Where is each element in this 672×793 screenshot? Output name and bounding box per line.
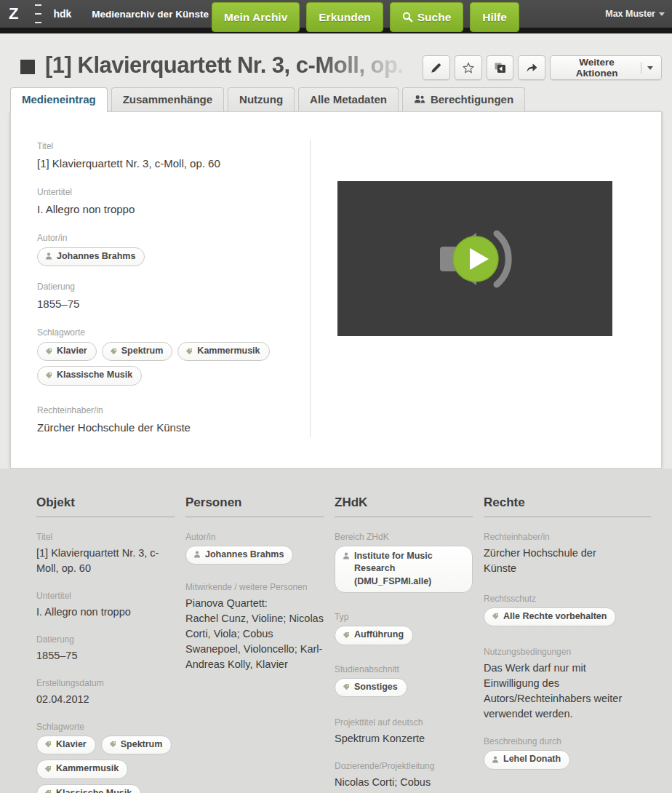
pill-label: Lehel Donath bbox=[503, 753, 561, 766]
nav-label: Suche bbox=[417, 11, 452, 24]
button-divider bbox=[641, 62, 641, 73]
field-nutzungsbedingungen: Nutzungsbedingungen Das Werk darf nur mi… bbox=[484, 647, 651, 722]
tag-icon bbox=[492, 613, 499, 620]
keyword-tag[interactable]: Spektrum bbox=[101, 736, 172, 755]
audio-play-icon[interactable] bbox=[434, 224, 516, 294]
action-toolbar: Weitere Aktionen bbox=[423, 55, 662, 80]
nav-erkunden-button[interactable]: Erkunden bbox=[306, 2, 383, 32]
pencil-icon bbox=[430, 62, 442, 74]
app-title: Medienarchiv der Künste bbox=[92, 9, 209, 20]
pill-label: Johannes Brahms bbox=[57, 250, 135, 263]
keyword-tag[interactable]: Klavier bbox=[36, 736, 96, 755]
tab-berechtigungen[interactable]: Berechtigungen bbox=[402, 87, 525, 111]
keyword-tag[interactable]: Spektrum bbox=[102, 342, 173, 362]
pill-label: Sonstiges bbox=[354, 681, 398, 694]
media-entry-panel: Titel [1] Klavierquartett Nr. 3, c-Moll,… bbox=[10, 111, 662, 469]
field-bereich: Bereich ZHdK Institute for Music Researc… bbox=[335, 532, 473, 594]
zhdk-logo-hdk: hdk bbox=[53, 8, 71, 20]
pill-label: Johannes Brahms bbox=[205, 549, 284, 562]
user-name: Max Muster bbox=[605, 9, 655, 19]
field-label: Rechtsschutz bbox=[484, 594, 651, 604]
field-autor: Autor/in Johannes Brahms bbox=[37, 233, 310, 267]
star-icon bbox=[462, 62, 475, 74]
pill-label: Klassische Musik bbox=[56, 787, 132, 793]
field-label: Schlagworte bbox=[36, 722, 175, 732]
keyword-tag[interactable]: Klassische Musik bbox=[36, 784, 141, 793]
field-untertitel: Untertitel I. Allegro non troppo bbox=[36, 591, 175, 620]
person-icon bbox=[492, 756, 499, 763]
media-entry-square-icon bbox=[20, 60, 35, 74]
field-label: Untertitel bbox=[36, 591, 175, 601]
metadata-column-zhdk: ZHdK Bereich ZHdK Institute for Music Re… bbox=[335, 495, 473, 793]
tag-icon bbox=[44, 741, 52, 748]
nav-mein-archiv-button[interactable]: Mein Archiv bbox=[212, 2, 300, 32]
tag-icon bbox=[45, 372, 52, 379]
field-value: I. Allegro non troppo bbox=[36, 605, 175, 620]
field-label: Beschreibung durch bbox=[484, 736, 651, 746]
title-bar: [1] Klavierquartett Nr. 3, c-Moll, op. 6… bbox=[0, 33, 672, 87]
pill-label: Klavier bbox=[57, 345, 87, 358]
page-title: [1] Klavierquartett Nr. 3, c-Moll, op. 6… bbox=[45, 52, 423, 79]
nav-label: Hilfe bbox=[482, 11, 507, 24]
field-value: I. Allegro non troppo bbox=[37, 202, 310, 218]
field-label: Titel bbox=[37, 141, 310, 151]
field-typ: Typ Aufführung bbox=[335, 612, 473, 645]
forward-arrow-icon bbox=[525, 62, 538, 73]
tab-medieneintrag[interactable]: Medieneintrag bbox=[10, 87, 108, 112]
field-label: Typ bbox=[335, 612, 473, 622]
nav-hilfe-button[interactable]: Hilfe bbox=[470, 2, 519, 32]
field-label: Dozierende/Projektleitung bbox=[335, 761, 473, 771]
field-label: Datierung bbox=[36, 634, 175, 645]
more-actions-button[interactable]: Weitere Aktionen bbox=[550, 55, 662, 80]
person-pill[interactable]: Johannes Brahms bbox=[185, 546, 293, 565]
tab-bar: Medieneintrag Zusammenhänge Nutzung Alle… bbox=[0, 87, 672, 111]
field-label: Erstellungsdatum bbox=[36, 678, 175, 688]
field-dozierende: Dozierende/Projektleitung Nicolas Corti;… bbox=[335, 761, 473, 793]
edit-button[interactable] bbox=[423, 55, 450, 80]
field-value: [1] Klavierquartett Nr. 3, c-Moll, op. 6… bbox=[36, 546, 175, 576]
field-label: Bereich ZHdK bbox=[335, 532, 473, 542]
keyword-tag[interactable]: Alle Rechte vorbehalten bbox=[484, 607, 616, 627]
nav-suche-button[interactable]: Suche bbox=[390, 2, 464, 32]
keyword-tag[interactable]: Klavier bbox=[37, 342, 97, 362]
tab-zusammenhaenge[interactable]: Zusammenhänge bbox=[111, 87, 224, 111]
zhdk-logo-z: Z bbox=[9, 4, 19, 23]
media-player[interactable] bbox=[337, 181, 612, 336]
field-rechteinhaber: Rechteinhaber/in Zürcher Hochschule der … bbox=[484, 532, 651, 576]
group-pill[interactable]: Institute for Music Research (DMU_FSPMI.… bbox=[335, 546, 473, 594]
tab-label: Medieneintrag bbox=[22, 93, 96, 105]
keyword-tag[interactable]: Kammermusik bbox=[36, 760, 128, 779]
field-titel: Titel [1] Klavierquartett Nr. 3, c-Moll,… bbox=[37, 141, 310, 172]
tag-icon bbox=[185, 348, 193, 355]
keyword-tag[interactable]: Sonstiges bbox=[335, 678, 407, 698]
field-value: 02.04.2012 bbox=[36, 692, 175, 707]
keyword-tag[interactable]: Klassische Musik bbox=[37, 366, 142, 386]
field-label: Titel bbox=[36, 532, 175, 542]
tab-label: Zusammenhänge bbox=[123, 93, 212, 105]
field-label: Projekttitel auf deutsch bbox=[335, 717, 473, 728]
pill-label: Klassische Musik bbox=[57, 369, 132, 382]
pill-label: Kammermusik bbox=[56, 762, 119, 776]
add-to-set-button[interactable] bbox=[487, 55, 514, 80]
field-schlagworte: Schlagworte Klavier Spektrum Kammermusik bbox=[37, 327, 310, 386]
nav-label: Erkunden bbox=[319, 11, 370, 24]
favorite-button[interactable] bbox=[455, 55, 482, 80]
tab-alle-metadaten[interactable]: Alle Metadaten bbox=[298, 87, 399, 111]
field-schlagworte: Schlagworte Klavier Spektrum Kammermusik… bbox=[36, 722, 175, 793]
person-pill[interactable]: Lehel Donath bbox=[484, 750, 570, 770]
field-studienabschnitt: Studienabschnitt Sonstiges bbox=[335, 664, 473, 698]
person-pill[interactable]: Johannes Brahms bbox=[37, 247, 145, 267]
field-erstellungsdatum: Erstellungsdatum 02.04.2012 bbox=[36, 678, 175, 707]
chevron-down-icon bbox=[647, 66, 653, 70]
pill-label: Klavier bbox=[56, 738, 87, 752]
section-heading: Rechte bbox=[484, 495, 651, 517]
tab-nutzung[interactable]: Nutzung bbox=[228, 87, 295, 111]
keyword-tag[interactable]: Kammermusik bbox=[177, 342, 269, 362]
media-preview-area bbox=[311, 112, 661, 468]
tag-icon bbox=[110, 348, 117, 355]
keyword-tag[interactable]: Aufführung bbox=[335, 626, 413, 645]
user-menu[interactable]: Max Muster bbox=[605, 0, 665, 28]
forward-button[interactable] bbox=[518, 55, 545, 80]
nav-label: Mein Archiv bbox=[224, 11, 287, 24]
overview-fields: Titel [1] Klavierquartett Nr. 3, c-Moll,… bbox=[11, 112, 310, 468]
